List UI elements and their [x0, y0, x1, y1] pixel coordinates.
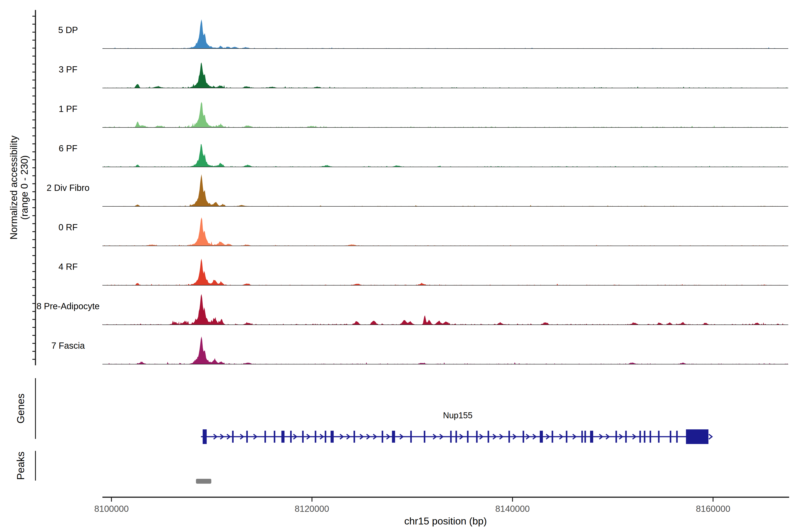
coverage-track-5-dp — [102, 19, 788, 49]
gene-first-exon — [203, 430, 207, 444]
track-label-0-rf: 0 RF — [58, 223, 78, 232]
gene-end-arrow — [709, 434, 712, 439]
gene-exon — [281, 431, 284, 443]
gene-exon — [382, 431, 383, 443]
gene-exon — [274, 431, 275, 443]
gene-exon — [354, 431, 355, 443]
gene-exon — [670, 431, 671, 443]
gene-exon — [590, 431, 593, 443]
gene-exon — [476, 431, 478, 443]
gene-exon — [410, 431, 412, 443]
coverage-plot-figure: Normalized accessibility (range 0 - 230)… — [0, 0, 798, 532]
gene-exon — [566, 431, 568, 443]
gene-exon — [467, 431, 469, 443]
gene-exon — [582, 431, 583, 443]
x-axis-title: chr15 position (bp) — [404, 516, 487, 526]
gene-exon — [450, 431, 452, 443]
gene-exon — [540, 431, 543, 443]
gene-last-exon — [686, 430, 708, 444]
gene-exon — [392, 431, 395, 443]
plot-canvas — [0, 0, 798, 532]
coverage-track-8-pre-adipocyte — [102, 294, 788, 325]
track-label-4-rf: 4 RF — [58, 262, 78, 271]
gene-exon — [290, 431, 292, 443]
gene-exon — [264, 431, 266, 443]
gene-exon — [649, 431, 651, 443]
gene-exon — [315, 431, 316, 443]
coverage-track-6-pf — [102, 144, 788, 167]
coverage-track-1-pf — [102, 102, 788, 128]
coverage-track-3-pf — [102, 62, 788, 88]
gene-exon — [644, 431, 645, 443]
track-label-6-pf: 6 PF — [59, 144, 77, 153]
gene-exon — [523, 431, 524, 443]
track-label-7-fascia: 7 Fascia — [51, 341, 85, 350]
gene-exon — [625, 431, 627, 443]
x-tick-label-8120000: 8120000 — [294, 504, 329, 513]
track-label-5-dp: 5 DP — [58, 25, 78, 34]
gene-exon — [639, 431, 641, 443]
gene-exon — [488, 431, 489, 443]
peak-region-bar — [196, 479, 211, 484]
gene-exon — [585, 431, 586, 443]
gene-exon — [658, 431, 660, 443]
y-axis-title-line1: Normalized accessibility — [9, 135, 19, 240]
coverage-track-0-rf — [102, 217, 788, 246]
peaks-panel-label: Peaks — [16, 452, 26, 480]
track-label-2-div-fibro: 2 Div Fibro — [46, 183, 89, 192]
genes-panel-label: Genes — [16, 394, 26, 424]
gene-exon — [615, 431, 617, 443]
coverage-track-7-fascia — [102, 337, 788, 364]
gene-exon — [232, 431, 234, 443]
gene-exon — [424, 431, 425, 443]
x-tick-label-8140000: 8140000 — [495, 504, 530, 513]
gene-exon — [325, 431, 326, 443]
x-tick-label-8160000: 8160000 — [696, 504, 730, 513]
gene-exon — [246, 431, 248, 443]
gene-exon — [302, 431, 304, 443]
gene-exon — [676, 431, 678, 443]
y-axis-title-line2: (range 0 - 230) — [19, 155, 29, 220]
x-tick-label-8100000: 8100000 — [94, 504, 129, 513]
gene-exon — [330, 431, 334, 443]
track-label-3-pf: 3 PF — [59, 65, 77, 74]
coverage-track-2-div-fibro — [102, 174, 788, 206]
coverage-track-4-rf — [102, 259, 788, 285]
gene-exon — [552, 431, 553, 443]
gene-exon — [456, 431, 457, 443]
track-label-8-pre-adipocyte: 8 Pre-Adipocyte — [37, 302, 100, 310]
gene-name-label: Nup155 — [443, 411, 472, 420]
track-label-1-pf: 1 PF — [59, 104, 77, 113]
gene-exon — [509, 431, 510, 443]
